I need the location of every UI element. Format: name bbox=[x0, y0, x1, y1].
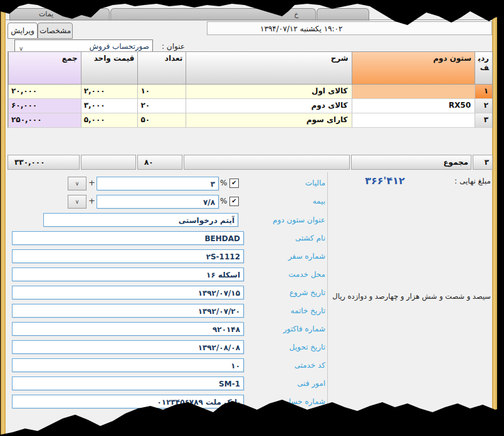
field-label-delivery-date: تاریخ تحویل bbox=[231, 343, 325, 351]
summary-qty-cell: ۸۰ bbox=[137, 155, 182, 170]
grid-header-row: ردیف ستون دوم شرح تعداد قیمت واحد جمع bbox=[8, 52, 492, 85]
row3-desc[interactable]: کارای سوم bbox=[186, 113, 351, 128]
grid-row-1[interactable]: ۱ کالای اول ۱۰ ۲,۰۰۰ ۲۰,۰۰۰ bbox=[8, 85, 492, 99]
insurance-dropdown-button[interactable]: ∨ bbox=[68, 195, 87, 209]
check-icon: ✔ bbox=[231, 179, 236, 186]
tab-specs[interactable]: مشخصات bbox=[38, 23, 73, 39]
service-code-input[interactable]: ۱۰ bbox=[12, 358, 244, 372]
tax-plus-button[interactable]: + bbox=[88, 178, 96, 189]
row2-number[interactable]: ۲ bbox=[475, 99, 492, 113]
tax-dropdown-button[interactable]: ∨ bbox=[68, 177, 87, 190]
screenshot-stage: یمات خ ویرایش مشخصات ۱۹:۰۲ یکشنبه ۱۳۹۴/۰… bbox=[0, 0, 504, 436]
col2-title-input[interactable]: آیتم درخواستی bbox=[43, 213, 238, 227]
summary-unit-cell bbox=[81, 155, 136, 170]
title-label: عنوان : bbox=[154, 42, 185, 51]
form-panel-divider bbox=[327, 172, 328, 409]
col2-title-value: آیتم درخواستی bbox=[179, 216, 234, 225]
row2-desc[interactable]: کالای دوم bbox=[186, 99, 351, 113]
account-no-input[interactable]: بانک ملت ۰۱۲۳۴۵۶۷۸۹ bbox=[12, 395, 244, 408]
row2-qty[interactable]: ۲۰ bbox=[137, 99, 186, 113]
tab-specs-label: مشخصات bbox=[39, 26, 71, 35]
row3-total[interactable]: ۲۵۰,۰۰۰ bbox=[8, 113, 81, 128]
field-label-technical-affairs: امور فنی bbox=[231, 379, 325, 388]
start-date-value: ۱۳۹۲/۰۷/۱۵ bbox=[198, 289, 240, 298]
field-label-ship-name: نام کشتی bbox=[231, 234, 325, 242]
summary-count: ۳ bbox=[485, 158, 489, 167]
voyage-no-input[interactable]: ۲S-1112 bbox=[12, 249, 244, 263]
row3-col2[interactable] bbox=[352, 113, 475, 128]
invoice-no-input[interactable]: ۹۲۰۱۴۸ bbox=[12, 322, 244, 336]
insurance-label: بیمه bbox=[231, 197, 325, 205]
tax-percent-sign: % bbox=[220, 179, 227, 187]
field-label-invoice-no: شماره فاکتور bbox=[231, 324, 325, 333]
insurance-plus-button[interactable]: + bbox=[88, 196, 96, 207]
grid-header-total[interactable]: جمع bbox=[8, 52, 81, 85]
amount-in-words: سیصد و شصت و شش هزار و چهارصد و دوازده ر… bbox=[332, 292, 491, 301]
row3-unit-price[interactable]: ۵,۰۰۰ bbox=[81, 113, 138, 128]
window-left-frame bbox=[1, 0, 6, 436]
final-amount-label: مبلغ نهایی : bbox=[436, 177, 491, 185]
service-location-input[interactable]: اسکله ۱۶ bbox=[12, 267, 244, 281]
summary-desc-cell bbox=[184, 155, 350, 170]
datetime-text: ۱۹:۰۲ یکشنبه ۱۳۹۴/۰۷/۱۲ bbox=[260, 24, 342, 33]
field-label-voyage-no: شماره سفر bbox=[231, 252, 325, 261]
start-date-input[interactable]: ۱۳۹۲/۰۷/۱۵ bbox=[12, 286, 244, 299]
grid-row-2[interactable]: ۲ RX50 کالای دوم ۲۰ ۳,۰۰۰ ۶۰,۰۰۰ bbox=[8, 99, 492, 113]
plus-icon: + bbox=[88, 196, 95, 205]
grid-header-qty[interactable]: تعداد bbox=[137, 52, 186, 85]
ship-name-input[interactable]: BEHDAD bbox=[12, 231, 244, 245]
torn-tab-fragment-3[interactable] bbox=[317, 8, 369, 21]
row1-desc[interactable]: کالای اول bbox=[186, 85, 351, 99]
tabstrip-divider bbox=[6, 19, 492, 20]
row1-number[interactable]: ۱ bbox=[475, 85, 492, 99]
technical-affairs-input[interactable]: SM-1 bbox=[12, 376, 244, 390]
datetime-panel: ۱۹:۰۲ یکشنبه ۱۳۹۴/۰۷/۱۲ bbox=[207, 21, 492, 35]
field-label-end-date: تاریخ خاتمه bbox=[231, 306, 325, 315]
insurance-value: ۷/۸ bbox=[203, 198, 215, 207]
insurance-percent-sign: % bbox=[220, 197, 227, 205]
service-code-value: ۱۰ bbox=[231, 361, 240, 370]
row3-qty[interactable]: ۵۰ bbox=[137, 113, 186, 128]
insurance-checkbox[interactable]: ✔ bbox=[229, 197, 239, 206]
tab-edit[interactable]: ویرایش bbox=[8, 23, 38, 39]
grid-header-desc[interactable]: شرح bbox=[186, 52, 351, 85]
ship-name-value: BEHDAD bbox=[204, 234, 240, 243]
grid-header-unit-price[interactable]: قیمت واحد bbox=[81, 52, 138, 85]
row1-total[interactable]: ۲۰,۰۰۰ bbox=[8, 85, 81, 99]
grid-header-rowno[interactable]: ردیف bbox=[475, 52, 492, 85]
summary-label: مجموع bbox=[443, 158, 468, 167]
row2-total[interactable]: ۶۰,۰۰۰ bbox=[8, 99, 81, 113]
summary-grand-total: ۳۳۰,۰۰۰ bbox=[14, 158, 45, 167]
row2-col2[interactable]: RX50 bbox=[352, 99, 475, 113]
summary-qty-total: ۸۰ bbox=[144, 158, 154, 167]
row3-number[interactable]: ۳ bbox=[475, 113, 492, 128]
plus-icon: + bbox=[88, 178, 95, 187]
row2-unit-price[interactable]: ۳,۰۰۰ bbox=[81, 99, 138, 113]
summary-label-cell: مجموع bbox=[351, 155, 471, 170]
torn-tab-fragment-1-label: یمات bbox=[39, 10, 53, 18]
delivery-date-value: ۱۳۹۲/۰۸/۰۸ bbox=[198, 343, 240, 352]
tax-checkbox[interactable]: ✔ bbox=[229, 179, 239, 188]
row1-col2[interactable] bbox=[352, 85, 475, 99]
invoice-no-value: ۹۲۰۱۴۸ bbox=[213, 325, 240, 334]
delivery-date-input[interactable]: ۱۳۹۲/۰۸/۰۸ bbox=[12, 340, 244, 354]
grid-header-col2[interactable]: ستون دوم bbox=[352, 52, 475, 85]
chevron-down-icon: ∨ bbox=[75, 199, 80, 205]
field-label-service-code: کد خدمتی bbox=[231, 361, 325, 370]
check-icon: ✔ bbox=[231, 197, 236, 204]
technical-affairs-value: SM-1 bbox=[219, 380, 240, 388]
insurance-input[interactable]: ۷/۸ bbox=[97, 195, 219, 209]
row1-unit-price[interactable]: ۲,۰۰۰ bbox=[81, 85, 138, 99]
end-date-input[interactable]: ۱۳۹۲/۰۷/۲۰ bbox=[12, 304, 244, 318]
window-right-frame bbox=[492, 0, 497, 436]
tax-label: مالیات bbox=[231, 179, 325, 187]
grid-row-3[interactable]: ۳ کارای سوم ۵۰ ۵,۰۰۰ ۲۵۰,۰۰۰ bbox=[8, 113, 492, 128]
tax-input[interactable]: ۳ bbox=[97, 177, 219, 190]
row1-qty[interactable]: ۱۰ bbox=[137, 85, 186, 99]
field-label-service-location: محل خدمت bbox=[231, 270, 325, 279]
summary-count-cell: ۳ bbox=[473, 155, 493, 170]
title-combobox-value: صورتحساب فروش bbox=[89, 42, 149, 51]
field-label-start-date: تاریخ شروع bbox=[231, 288, 325, 297]
torn-tab-fragment-2-label: خ bbox=[294, 10, 298, 18]
final-amount-value: ۳۶۶'۴۱۲ bbox=[344, 175, 426, 187]
